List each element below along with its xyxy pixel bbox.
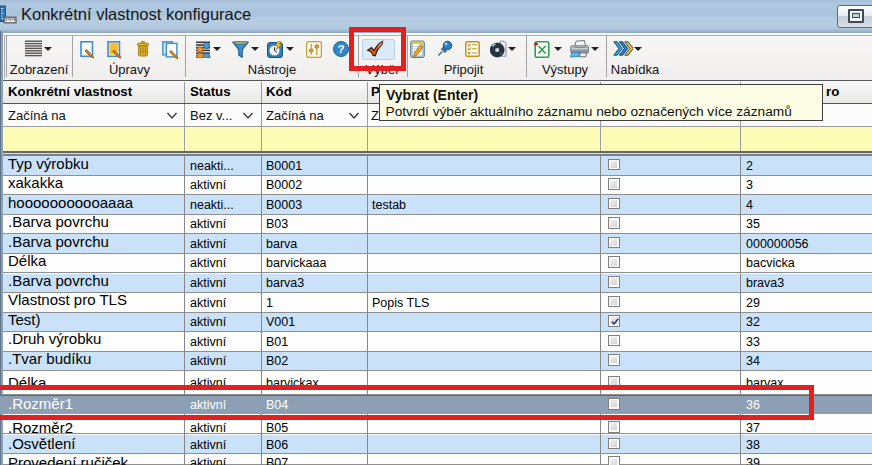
svg-text:?: ?	[337, 43, 344, 55]
